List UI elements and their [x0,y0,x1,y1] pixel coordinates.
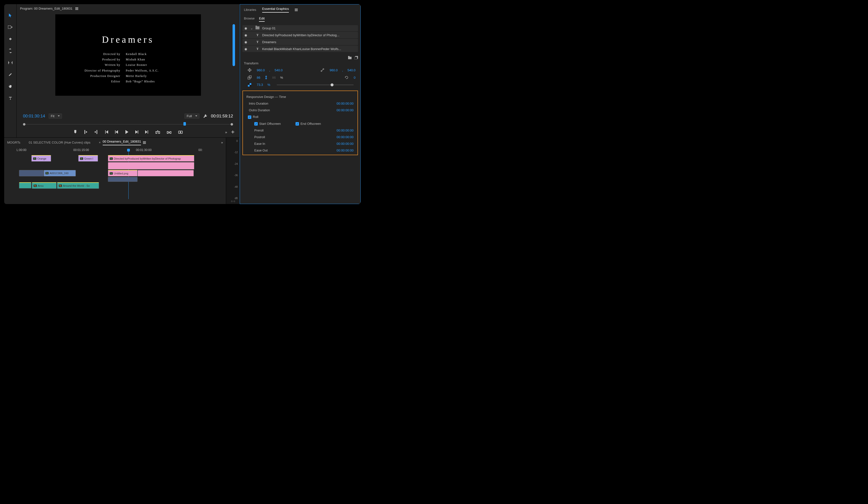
eye-icon[interactable]: ◉ [245,33,248,37]
subtab-browse[interactable]: Browse [244,17,255,22]
tab-essential-graphics[interactable]: Essential Graphics [262,7,289,13]
svg-rect-0 [8,26,11,29]
tool-slip[interactable] [7,59,14,66]
scale-icon [247,75,252,80]
svg-rect-1 [156,132,157,134]
opacity-value[interactable]: 73.3 [257,83,263,87]
settings-wrench-icon[interactable] [203,114,207,118]
layer-text-3[interactable]: ◉ T Kendall BlackMisbah KhanLouise Bonne… [242,46,358,52]
resolution-dropdown[interactable]: Full [184,114,199,119]
solo-dot-l[interactable] [231,201,232,202]
layer-text-1[interactable]: ◉ T Directed byProduced byWritten byDire… [242,32,358,38]
roll-checkbox[interactable]: ✓ [248,115,251,119]
add-marker-button[interactable] [74,130,77,134]
clip-teal-head[interactable] [19,182,31,189]
easein-value[interactable]: 00:00:00:00 [337,142,353,146]
link-scale-icon[interactable] [265,75,268,80]
anc-y[interactable]: 540.0 [347,68,355,72]
tab-libraries[interactable]: Libraries [244,8,256,12]
anc-x[interactable]: 960.0 [330,68,338,72]
responsive-title: Responsive Design — Time [246,94,354,100]
new-group-icon[interactable] [348,56,352,60]
clip-untitled[interactable]: fxUntitled.png [108,170,137,176]
outro-duration[interactable]: 00:00:00:00 [337,108,353,112]
timeline-tracks[interactable]: fxOrange fxGreen l fxDirected byProduced… [4,155,226,189]
end-offscreen-checkbox[interactable]: ✓ [296,122,299,126]
clip-around2[interactable]: fxAround the World - So [57,182,99,189]
rotation[interactable]: 0 [354,76,355,80]
program-menu-icon[interactable] [75,7,78,10]
scale-x[interactable]: 86 [257,76,260,80]
tool-track-select[interactable] [7,23,14,31]
step-forward-button[interactable] [135,130,138,134]
eye-icon[interactable]: ◉ [245,40,248,44]
timeline-overflow[interactable]: » [221,140,223,144]
timeline-tab-active[interactable]: 00 Dreamers_Edit_180831 [103,140,141,145]
pos-x[interactable]: 960.0 [257,68,265,72]
timeline-tab-selective[interactable]: 01 SELECTIVE COLOR (Hue Curves) clips [29,140,90,144]
program-title: Program: 00 Dreamers_Edit_180831 [20,7,72,10]
play-button[interactable] [125,130,128,134]
clip-thumb-small[interactable] [108,177,137,182]
program-preview: Dreamers Directed byKendall Black Produc… [17,12,239,112]
caret-icon[interactable]: ⌄ [250,27,253,30]
audio-meter: 0 -12 -24 -36 -48 dB [226,138,240,204]
postroll-value[interactable]: 00:00:00:00 [337,135,353,139]
eye-icon[interactable]: ◉ [245,27,248,30]
subtab-edit[interactable]: Edit [259,17,265,22]
svg-point-6 [180,132,181,133]
tool-rate-stretch[interactable] [7,47,14,54]
extract-button[interactable] [167,130,171,134]
step-back-button[interactable] [115,130,118,134]
tool-type[interactable] [7,94,14,102]
solo-dot-r[interactable] [234,201,235,202]
timeline-ruler[interactable]: L:00:00 00:01:15:00 00:01:30:00 00: [4,147,226,155]
pos-y[interactable]: 540.0 [275,68,283,72]
text-icon: T [255,40,260,44]
transform-title: Transform [240,60,360,66]
timeline-tab-mogrts[interactable]: MOGRTs [7,140,20,144]
preroll-value[interactable]: 00:00:00:00 [337,128,353,132]
eye-icon[interactable]: ◉ [245,47,248,51]
start-offscreen-checkbox[interactable]: ✓ [254,122,258,126]
clip-around1[interactable]: fxArou [32,182,56,189]
intro-duration[interactable]: 00:00:00:00 [337,102,353,105]
scale-y: 86 [272,76,276,80]
export-frame-button[interactable] [178,130,183,134]
close-tab-icon[interactable]: × [99,140,101,144]
new-layer-icon[interactable] [354,56,358,60]
go-to-in-button[interactable] [105,130,108,134]
preview-credits: Directed byKendall Black Produced byMisb… [55,51,201,84]
anchor-icon [320,68,325,72]
tool-selection[interactable] [7,12,14,19]
button-editor-add[interactable] [231,130,235,134]
clip-pink-body[interactable] [108,162,194,169]
zoom-fit-dropdown[interactable]: Fit [49,114,62,119]
program-toolbar [4,4,17,137]
timecode-in[interactable]: 00:01:30:14 [23,114,45,119]
clip-a001[interactable]: fxA001C006_160 [44,170,76,176]
clip-directed[interactable]: fxDirected byProduced byWritten byDirect… [108,155,194,161]
clip-thumb-row[interactable] [19,170,44,176]
program-time-slider[interactable] [21,122,235,127]
clip-pink-tail[interactable] [137,170,194,176]
layer-group[interactable]: ◉ ⌄ Group 01 [242,25,358,31]
easeout-value[interactable]: 00:00:00:00 [337,148,353,152]
folder-icon [255,27,260,30]
svg-rect-16 [248,83,250,85]
lift-button[interactable] [156,130,160,134]
opacity-slider[interactable] [277,84,353,85]
preview-scrollbar[interactable] [232,24,235,66]
clip-orange[interactable]: fxOrange [31,155,51,161]
in-point-button[interactable] [84,130,87,134]
out-point-button[interactable] [94,130,98,134]
right-menu-icon[interactable] [295,9,298,11]
clip-green[interactable]: fxGreen l [78,155,98,161]
go-to-out-button[interactable] [145,130,148,134]
tool-hand[interactable] [7,83,14,90]
tool-pen[interactable] [7,71,14,78]
button-editor-expand[interactable]: » [225,130,227,134]
layer-text-2[interactable]: ◉ T Dreamers [242,39,358,45]
tool-ripple[interactable] [7,35,14,43]
timeline-menu-icon[interactable] [143,141,146,144]
